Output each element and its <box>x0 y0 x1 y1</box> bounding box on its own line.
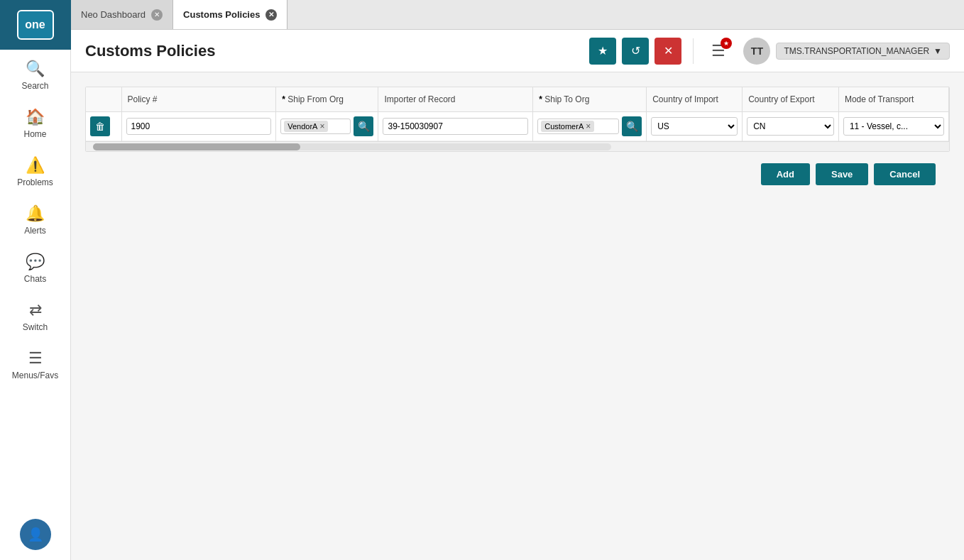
row-policy-num-cell <box>121 112 276 141</box>
row-action-cell: 🗑 <box>86 112 121 141</box>
sidebar-item-menus[interactable]: ☰ Menus/Favs <box>0 339 70 388</box>
col-policy-num: Policy # <box>121 87 276 112</box>
logo-box: one <box>17 10 54 40</box>
scrollbar-track <box>93 143 611 150</box>
row-ship-to-org-cell: CustomerA × 🔍 <box>533 112 647 141</box>
cancel-button[interactable]: Cancel <box>874 163 936 185</box>
user-dropdown[interactable]: TMS.TRANSPORTATION_MANAGER ▼ <box>776 43 950 60</box>
sidebar-item-label: Home <box>23 129 46 139</box>
dropdown-arrow-icon: ▼ <box>933 46 942 56</box>
col-country-import: Country of Import <box>647 87 743 112</box>
page-title: Customs Policies <box>85 42 589 60</box>
sidebar-item-problems[interactable]: ⚠️ Problems <box>0 146 70 194</box>
close-button[interactable]: ✕ <box>654 38 681 65</box>
tab-label: Customs Policies <box>183 9 260 20</box>
home-icon: 🏠 <box>26 108 45 126</box>
header-actions: ★ ↺ ✕ ☰ ★ TT TMS.TRANSPORTATION_MANAGER … <box>589 38 950 65</box>
col-ship-from-org: * Ship From Org <box>276 87 378 112</box>
header-separator <box>693 38 694 64</box>
tab-close-neo-dashboard[interactable]: ✕ <box>151 9 163 21</box>
country-import-select[interactable]: US CN GB <box>651 117 738 136</box>
ship-from-org-search-button[interactable]: 🔍 <box>354 116 373 136</box>
delete-row-button[interactable]: 🗑 <box>90 116 110 136</box>
row-country-import-cell: US CN GB <box>647 112 743 141</box>
refresh-button[interactable]: ↺ <box>622 38 649 65</box>
row-country-export-cell: CN US GB <box>743 112 839 141</box>
col-mode-of-transport: Mode of Transport <box>838 87 948 112</box>
country-export-select[interactable]: CN US GB <box>747 117 834 136</box>
sidebar-item-label: Menus/Favs <box>12 370 58 380</box>
notifications-button[interactable]: ☰ ★ <box>705 38 732 65</box>
sidebar: one 🔍 Search 🏠 Home ⚠️ Problems 🔔 Alerts… <box>0 0 71 560</box>
sidebar-item-home[interactable]: 🏠 Home <box>0 98 70 146</box>
tag-remove-icon[interactable]: × <box>586 121 591 131</box>
problems-icon: ⚠️ <box>26 156 45 175</box>
ship-to-org-search-button[interactable]: 🔍 <box>622 116 642 136</box>
user-section: TT TMS.TRANSPORTATION_MANAGER ▼ <box>743 38 950 65</box>
sidebar-item-chats[interactable]: 💬 Chats <box>0 243 70 291</box>
user-name: TMS.TRANSPORTATION_MANAGER <box>784 46 929 56</box>
menus-icon: ☰ <box>28 349 43 368</box>
sidebar-item-label: Alerts <box>24 226 46 236</box>
chats-icon: 💬 <box>26 253 45 271</box>
user-avatar-sidebar[interactable]: 👤 <box>20 519 51 550</box>
table-row: 🗑 VendorA × <box>86 112 949 141</box>
importer-of-record-input[interactable] <box>383 118 528 135</box>
col-importer-of-record: Importer of Record <box>378 87 533 112</box>
tab-label: Neo Dashboard <box>81 9 146 20</box>
logo-text: one <box>25 18 45 31</box>
sidebar-item-switch[interactable]: ⇄ Switch <box>0 291 70 339</box>
footer-actions: Add Save Cancel <box>85 152 950 197</box>
col-action <box>86 87 121 112</box>
sidebar-item-label: Problems <box>17 177 53 187</box>
main-content: Neo Dashboard ✕ Customs Policies ✕ Custo… <box>71 0 964 560</box>
switch-icon: ⇄ <box>29 301 42 319</box>
row-mode-of-transport-cell: 11 - Vessel, c... 12 - Air 13 - Rail <box>838 112 948 141</box>
ship-from-org-tag-input: VendorA × <box>280 119 351 134</box>
tab-close-customs-policies[interactable]: ✕ <box>265 9 277 21</box>
sidebar-item-search[interactable]: 🔍 Search <box>0 50 70 98</box>
sidebar-item-alerts[interactable]: 🔔 Alerts <box>0 194 70 243</box>
policy-table: Policy # * Ship From Org Importer of Rec… <box>86 87 949 141</box>
sidebar-item-label: Switch <box>23 322 48 332</box>
app-logo[interactable]: one <box>0 0 71 50</box>
save-button[interactable]: Save <box>816 163 868 185</box>
tab-bar: Neo Dashboard ✕ Customs Policies ✕ <box>71 0 964 30</box>
header-bar: Customs Policies ★ ↺ ✕ ☰ ★ TT TMS.TRANSP… <box>71 30 964 72</box>
add-button[interactable]: Add <box>761 163 810 185</box>
search-icon: 🔍 <box>26 60 45 78</box>
tag-remove-icon[interactable]: × <box>319 121 324 131</box>
avatar-icon: 👤 <box>28 527 43 542</box>
ship-to-org-tag: CustomerA × <box>541 121 594 132</box>
notification-badge: ★ <box>721 38 732 49</box>
row-ship-from-org-cell: VendorA × 🔍 <box>276 112 378 141</box>
mode-of-transport-select[interactable]: 11 - Vessel, c... 12 - Air 13 - Rail <box>843 117 944 136</box>
tag-label: CustomerA <box>544 122 584 131</box>
star-button[interactable]: ★ <box>589 38 616 65</box>
sidebar-item-label: Chats <box>24 274 46 284</box>
policy-num-input[interactable] <box>126 118 272 135</box>
sidebar-bottom: 👤 <box>0 509 70 560</box>
horizontal-scrollbar[interactable] <box>86 141 949 151</box>
tag-label: VendorA <box>287 122 317 131</box>
row-importer-of-record-cell <box>378 112 533 141</box>
tab-neo-dashboard[interactable]: Neo Dashboard ✕ <box>71 0 173 29</box>
content-area: Policy # * Ship From Org Importer of Rec… <box>71 72 964 560</box>
ship-to-org-tag-input: CustomerA × <box>537 119 619 134</box>
col-ship-to-org: * Ship To Org <box>533 87 647 112</box>
tab-customs-policies[interactable]: Customs Policies ✕ <box>173 0 287 29</box>
col-country-export: Country of Export <box>743 87 839 112</box>
table-container: Policy # * Ship From Org Importer of Rec… <box>85 87 950 152</box>
user-initials: TT <box>751 45 763 57</box>
alerts-icon: 🔔 <box>26 204 45 223</box>
scrollbar-thumb <box>93 143 300 150</box>
sidebar-item-label: Search <box>21 81 48 91</box>
ship-from-org-tag: VendorA × <box>284 121 328 132</box>
user-avatar: TT <box>743 38 770 65</box>
